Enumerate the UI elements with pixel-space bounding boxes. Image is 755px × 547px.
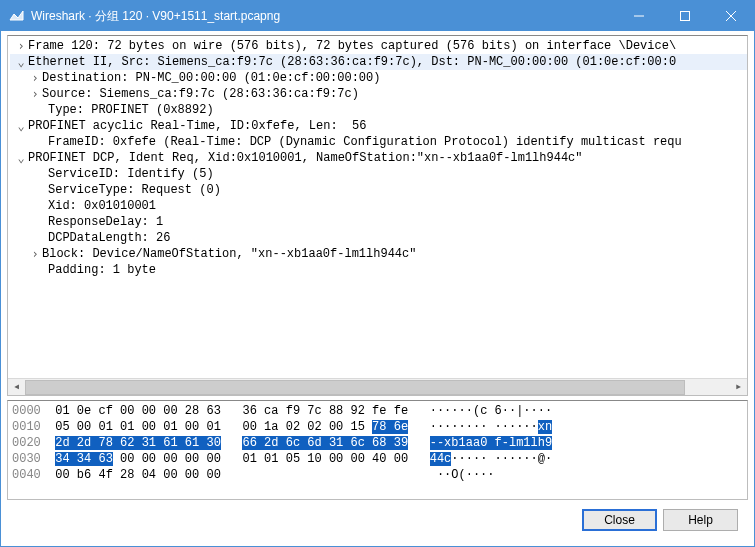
tree-item-frame[interactable]: ›Frame 120: 72 bytes on wire (576 bits),… — [10, 38, 747, 54]
tree-item-profinet-rt[interactable]: ⌄PROFINET acyclic Real-Time, ID:0xfefe, … — [10, 118, 747, 134]
maximize-button[interactable] — [662, 1, 708, 31]
tree-label: ServiceID: Identify (5) — [48, 167, 214, 181]
expand-icon[interactable]: › — [14, 38, 28, 54]
expand-icon[interactable]: › — [28, 70, 42, 86]
window-controls — [616, 1, 754, 31]
hex-offset: 0010 — [12, 420, 41, 434]
tree-item-dcpdatalength[interactable]: DCPDataLength: 26 — [10, 230, 747, 246]
scroll-thumb[interactable] — [25, 380, 685, 395]
tree-label: ResponseDelay: 1 — [48, 215, 163, 229]
packet-bytes-pane[interactable]: 0000 01 0e cf 00 00 00 28 63 36 ca f9 7c… — [7, 400, 748, 500]
tree-label: FrameID: 0xfefe (Real-Time: DCP (Dynamic… — [48, 135, 682, 149]
tree-item-responsedelay[interactable]: ResponseDelay: 1 — [10, 214, 747, 230]
scroll-left-icon[interactable]: ◂ — [8, 379, 25, 396]
button-label: Close — [604, 513, 635, 527]
tree-label: Source: Siemens_ca:f9:7c (28:63:36:ca:f9… — [42, 87, 359, 101]
window-title: Wireshark · 分组 120 · V90+1511_start.pcap… — [31, 8, 616, 25]
hex-bytes: 36 ca f9 7c 88 92 fe fe — [242, 404, 408, 418]
dialog-footer: Close Help — [7, 500, 748, 540]
expand-icon[interactable]: › — [28, 246, 42, 262]
packet-details-pane[interactable]: ›Frame 120: 72 bytes on wire (576 bits),… — [7, 35, 748, 396]
tree-label: Block: Device/NameOfStation, "xn--xb1aa0… — [42, 247, 416, 261]
tree-item-xid[interactable]: Xid: 0x01010001 — [10, 198, 747, 214]
tree-item-block[interactable]: ›Block: Device/NameOfStation, "xn--xb1aa… — [10, 246, 747, 262]
close-window-button[interactable] — [708, 1, 754, 31]
hex-bytes: 05 00 01 01 00 01 00 01 — [55, 420, 221, 434]
hex-ascii: ····· ······@· — [451, 452, 552, 466]
minimize-button[interactable] — [616, 1, 662, 31]
packet-details-body: ›Frame 120: 72 bytes on wire (576 bits),… — [8, 36, 747, 378]
hex-ascii-highlight: xn — [538, 420, 552, 434]
tree-label: PROFINET DCP, Ident Req, Xid:0x1010001, … — [28, 151, 583, 165]
tree-item-ethernet[interactable]: ⌄Ethernet II, Src: Siemens_ca:f9:7c (28:… — [10, 54, 747, 70]
hex-bytes: 00 b6 4f 28 04 00 00 00 — [55, 468, 221, 482]
scroll-right-icon[interactable]: ▸ — [730, 379, 747, 396]
help-button[interactable]: Help — [663, 509, 738, 531]
hex-bytes-highlight: 66 2d 6c 6d 31 6c 68 39 — [242, 436, 408, 450]
tree-label: Xid: 0x01010001 — [48, 199, 156, 213]
hex-bytes-highlight: 2d 2d 78 62 31 61 61 30 — [55, 436, 221, 450]
hex-ascii-highlight: --xb1aa0 f-lm1lh9 — [430, 436, 552, 450]
hex-bytes-highlight: 34 34 63 — [55, 452, 113, 466]
expand-icon[interactable]: › — [28, 86, 42, 102]
hex-bytes: 01 0e cf 00 00 00 28 63 — [55, 404, 221, 418]
wireshark-logo-icon — [9, 8, 25, 24]
hex-row[interactable]: 0000 01 0e cf 00 00 00 28 63 36 ca f9 7c… — [12, 403, 743, 419]
tree-item-frameid[interactable]: FrameID: 0xfefe (Real-Time: DCP (Dynamic… — [10, 134, 747, 150]
hex-row[interactable]: 0030 34 34 63 00 00 00 00 00 01 01 05 10… — [12, 451, 743, 467]
tree-label: ServiceType: Request (0) — [48, 183, 221, 197]
hex-bytes: 00 00 00 00 00 — [113, 452, 221, 466]
hex-ascii: ········ ······ — [430, 420, 538, 434]
hex-ascii: ······(c 6··|···· — [430, 404, 552, 418]
tree-item-padding[interactable]: Padding: 1 byte — [10, 262, 747, 278]
close-button[interactable]: Close — [582, 509, 657, 531]
tree-label: PROFINET acyclic Real-Time, ID:0xfefe, L… — [28, 119, 366, 133]
horizontal-scrollbar[interactable]: ◂ ▸ — [8, 378, 747, 395]
hex-ascii-highlight: 44c — [430, 452, 452, 466]
hex-offset: 0040 — [12, 468, 41, 482]
svg-rect-1 — [681, 12, 690, 21]
hex-ascii: ··O(···· — [437, 468, 502, 482]
tree-item-eth-src[interactable]: ›Source: Siemens_ca:f9:7c (28:63:36:ca:f… — [10, 86, 747, 102]
collapse-icon[interactable]: ⌄ — [14, 54, 28, 70]
tree-item-servicetype[interactable]: ServiceType: Request (0) — [10, 182, 747, 198]
hex-bytes: 01 01 05 10 00 00 40 00 — [242, 452, 408, 466]
hex-bytes-highlight: 78 6e — [372, 420, 408, 434]
hex-row[interactable]: 0020 2d 2d 78 62 31 61 61 30 66 2d 6c 6d… — [12, 435, 743, 451]
hex-bytes: 00 1a 02 02 00 15 — [242, 420, 372, 434]
tree-label: Destination: PN-MC_00:00:00 (01:0e:cf:00… — [42, 71, 380, 85]
tree-label: Frame 120: 72 bytes on wire (576 bits), … — [28, 39, 676, 53]
tree-label: Ethernet II, Src: Siemens_ca:f9:7c (28:6… — [28, 55, 676, 69]
scroll-track[interactable] — [25, 379, 730, 396]
title-bar: Wireshark · 分组 120 · V90+1511_start.pcap… — [1, 1, 754, 31]
collapse-icon[interactable]: ⌄ — [14, 118, 28, 134]
tree-label: DCPDataLength: 26 — [48, 231, 170, 245]
tree-item-eth-dst[interactable]: ›Destination: PN-MC_00:00:00 (01:0e:cf:0… — [10, 70, 747, 86]
tree-item-eth-type[interactable]: Type: PROFINET (0x8892) — [10, 102, 747, 118]
hex-offset: 0030 — [12, 452, 41, 466]
hex-row[interactable]: 0010 05 00 01 01 00 01 00 01 00 1a 02 02… — [12, 419, 743, 435]
hex-offset: 0020 — [12, 436, 41, 450]
tree-item-serviceid[interactable]: ServiceID: Identify (5) — [10, 166, 747, 182]
content-area: ›Frame 120: 72 bytes on wire (576 bits),… — [1, 31, 754, 546]
hex-offset: 0000 — [12, 404, 41, 418]
hex-row[interactable]: 0040 00 b6 4f 28 04 00 00 00 ··O(···· — [12, 467, 743, 483]
collapse-icon[interactable]: ⌄ — [14, 150, 28, 166]
tree-item-profinet-dcp[interactable]: ⌄PROFINET DCP, Ident Req, Xid:0x1010001,… — [10, 150, 747, 166]
button-label: Help — [688, 513, 713, 527]
tree-label: Padding: 1 byte — [48, 263, 156, 277]
tree-label: Type: PROFINET (0x8892) — [48, 103, 214, 117]
